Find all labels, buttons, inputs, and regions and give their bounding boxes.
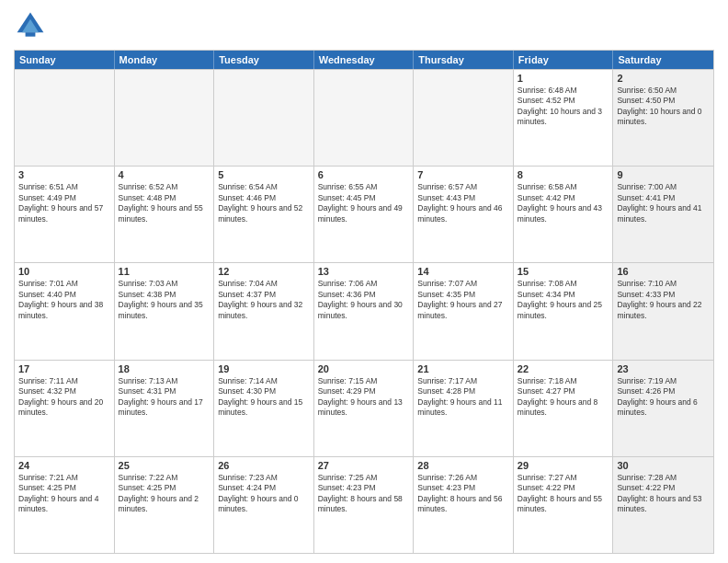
day-number: 3 (18, 169, 110, 180)
cell-info: Sunrise: 7:06 AM Sunset: 4:36 PM Dayligh… (318, 279, 410, 321)
cell-info: Sunrise: 7:26 AM Sunset: 4:23 PM Dayligh… (417, 473, 509, 515)
calendar-row-1: 3Sunrise: 6:51 AM Sunset: 4:49 PM Daylig… (15, 166, 713, 262)
cell-info: Sunrise: 7:03 AM Sunset: 4:38 PM Dayligh… (119, 279, 210, 321)
day-number: 30 (617, 460, 710, 471)
calendar-cell-day-18: 18Sunrise: 7:13 AM Sunset: 4:31 PM Dayli… (115, 361, 215, 456)
calendar-body: 1Sunrise: 6:48 AM Sunset: 4:52 PM Daylig… (15, 69, 713, 553)
cell-info: Sunrise: 7:13 AM Sunset: 4:31 PM Dayligh… (119, 376, 210, 419)
day-number: 26 (218, 460, 310, 471)
calendar-cell-day-3: 3Sunrise: 6:51 AM Sunset: 4:49 PM Daylig… (15, 167, 115, 262)
cell-info: Sunrise: 7:11 AM Sunset: 4:32 PM Dayligh… (18, 376, 110, 419)
calendar-cell-day-28: 28Sunrise: 7:26 AM Sunset: 4:23 PM Dayli… (414, 457, 514, 553)
calendar-cell-day-5: 5Sunrise: 6:54 AM Sunset: 4:46 PM Daylig… (214, 167, 314, 262)
day-number: 23 (617, 363, 710, 374)
calendar-cell-empty (214, 70, 314, 166)
cell-info: Sunrise: 7:10 AM Sunset: 4:33 PM Dayligh… (617, 279, 710, 321)
cell-info: Sunrise: 7:17 AM Sunset: 4:28 PM Dayligh… (417, 376, 509, 419)
calendar-row-4: 24Sunrise: 7:21 AM Sunset: 4:25 PM Dayli… (15, 456, 713, 553)
cell-info: Sunrise: 7:25 AM Sunset: 4:23 PM Dayligh… (318, 473, 410, 515)
calendar-cell-day-22: 22Sunrise: 7:18 AM Sunset: 4:27 PM Dayli… (514, 361, 614, 456)
cell-info: Sunrise: 7:07 AM Sunset: 4:35 PM Dayligh… (417, 279, 509, 321)
weekday-header-monday: Monday (115, 51, 215, 69)
cell-info: Sunrise: 6:50 AM Sunset: 4:50 PM Dayligh… (617, 86, 710, 128)
calendar-cell-day-27: 27Sunrise: 7:25 AM Sunset: 4:23 PM Dayli… (314, 457, 415, 553)
calendar-cell-day-16: 16Sunrise: 7:10 AM Sunset: 4:33 PM Dayli… (613, 263, 713, 359)
calendar-cell-day-14: 14Sunrise: 7:07 AM Sunset: 4:35 PM Dayli… (414, 263, 514, 359)
day-number: 12 (218, 266, 310, 277)
day-number: 6 (318, 169, 410, 180)
calendar-cell-day-20: 20Sunrise: 7:15 AM Sunset: 4:29 PM Dayli… (314, 361, 415, 456)
weekday-header-friday: Friday (514, 51, 614, 69)
cell-info: Sunrise: 7:21 AM Sunset: 4:25 PM Dayligh… (18, 473, 110, 515)
day-number: 15 (518, 266, 609, 277)
cell-info: Sunrise: 7:01 AM Sunset: 4:40 PM Dayligh… (18, 279, 110, 321)
calendar-header: SundayMondayTuesdayWednesdayThursdayFrid… (15, 51, 713, 69)
cell-info: Sunrise: 6:54 AM Sunset: 4:46 PM Dayligh… (218, 182, 310, 224)
cell-info: Sunrise: 7:15 AM Sunset: 4:29 PM Dayligh… (318, 376, 410, 419)
cell-info: Sunrise: 6:51 AM Sunset: 4:49 PM Dayligh… (18, 182, 110, 224)
weekday-header-tuesday: Tuesday (214, 51, 314, 69)
calendar-cell-day-23: 23Sunrise: 7:19 AM Sunset: 4:26 PM Dayli… (613, 361, 713, 456)
cell-info: Sunrise: 6:55 AM Sunset: 4:45 PM Dayligh… (318, 182, 410, 224)
calendar-cell-day-13: 13Sunrise: 7:06 AM Sunset: 4:36 PM Dayli… (314, 263, 415, 359)
day-number: 1 (518, 73, 609, 84)
calendar-cell-day-8: 8Sunrise: 6:58 AM Sunset: 4:42 PM Daylig… (514, 167, 614, 262)
day-number: 2 (617, 73, 710, 84)
day-number: 13 (318, 266, 410, 277)
calendar: SundayMondayTuesdayWednesdayThursdayFrid… (14, 50, 714, 554)
cell-info: Sunrise: 6:48 AM Sunset: 4:52 PM Dayligh… (518, 86, 609, 128)
cell-info: Sunrise: 7:27 AM Sunset: 4:22 PM Dayligh… (518, 473, 609, 515)
calendar-cell-empty (414, 70, 514, 166)
calendar-cell-day-9: 9Sunrise: 7:00 AM Sunset: 4:41 PM Daylig… (613, 167, 713, 262)
day-number: 28 (417, 460, 509, 471)
calendar-cell-day-15: 15Sunrise: 7:08 AM Sunset: 4:34 PM Dayli… (514, 263, 614, 359)
calendar-row-3: 17Sunrise: 7:11 AM Sunset: 4:32 PM Dayli… (15, 360, 713, 456)
day-number: 4 (119, 169, 210, 180)
calendar-cell-day-30: 30Sunrise: 7:28 AM Sunset: 4:22 PM Dayli… (613, 457, 713, 553)
day-number: 18 (119, 363, 210, 374)
calendar-cell-day-19: 19Sunrise: 7:14 AM Sunset: 4:30 PM Dayli… (214, 361, 314, 456)
cell-info: Sunrise: 6:52 AM Sunset: 4:48 PM Dayligh… (119, 182, 210, 224)
day-number: 10 (18, 266, 110, 277)
cell-info: Sunrise: 7:19 AM Sunset: 4:26 PM Dayligh… (617, 376, 710, 419)
calendar-cell-day-24: 24Sunrise: 7:21 AM Sunset: 4:25 PM Dayli… (15, 457, 115, 553)
cell-info: Sunrise: 7:22 AM Sunset: 4:25 PM Dayligh… (119, 473, 210, 515)
calendar-cell-day-29: 29Sunrise: 7:27 AM Sunset: 4:22 PM Dayli… (514, 457, 614, 553)
calendar-cell-day-1: 1Sunrise: 6:48 AM Sunset: 4:52 PM Daylig… (514, 70, 614, 166)
day-number: 27 (318, 460, 410, 471)
weekday-header-thursday: Thursday (414, 51, 514, 69)
header (14, 9, 714, 42)
weekday-header-sunday: Sunday (15, 51, 115, 69)
cell-info: Sunrise: 7:00 AM Sunset: 4:41 PM Dayligh… (617, 182, 710, 224)
weekday-header-wednesday: Wednesday (314, 51, 415, 69)
calendar-cell-empty (15, 70, 115, 166)
cell-info: Sunrise: 7:08 AM Sunset: 4:34 PM Dayligh… (518, 279, 609, 321)
day-number: 21 (417, 363, 509, 374)
calendar-cell-day-10: 10Sunrise: 7:01 AM Sunset: 4:40 PM Dayli… (15, 263, 115, 359)
day-number: 11 (119, 266, 210, 277)
day-number: 7 (417, 169, 509, 180)
day-number: 16 (617, 266, 710, 277)
cell-info: Sunrise: 7:23 AM Sunset: 4:24 PM Dayligh… (218, 473, 310, 515)
page: SundayMondayTuesdayWednesdayThursdayFrid… (0, 0, 728, 563)
calendar-cell-day-2: 2Sunrise: 6:50 AM Sunset: 4:50 PM Daylig… (613, 70, 713, 166)
day-number: 8 (518, 169, 609, 180)
cell-info: Sunrise: 6:57 AM Sunset: 4:43 PM Dayligh… (417, 182, 509, 224)
calendar-cell-empty (115, 70, 215, 166)
cell-info: Sunrise: 7:04 AM Sunset: 4:37 PM Dayligh… (218, 279, 310, 321)
day-number: 9 (617, 169, 710, 180)
calendar-cell-day-6: 6Sunrise: 6:55 AM Sunset: 4:45 PM Daylig… (314, 167, 415, 262)
cell-info: Sunrise: 6:58 AM Sunset: 4:42 PM Dayligh… (518, 182, 609, 224)
cell-info: Sunrise: 7:14 AM Sunset: 4:30 PM Dayligh… (218, 376, 310, 419)
calendar-cell-day-17: 17Sunrise: 7:11 AM Sunset: 4:32 PM Dayli… (15, 361, 115, 456)
day-number: 22 (518, 363, 609, 374)
day-number: 20 (318, 363, 410, 374)
day-number: 25 (119, 460, 210, 471)
day-number: 29 (518, 460, 609, 471)
cell-info: Sunrise: 7:18 AM Sunset: 4:27 PM Dayligh… (518, 376, 609, 419)
calendar-cell-day-25: 25Sunrise: 7:22 AM Sunset: 4:25 PM Dayli… (115, 457, 215, 553)
day-number: 5 (218, 169, 310, 180)
calendar-cell-day-21: 21Sunrise: 7:17 AM Sunset: 4:28 PM Dayli… (414, 361, 514, 456)
calendar-cell-day-7: 7Sunrise: 6:57 AM Sunset: 4:43 PM Daylig… (414, 167, 514, 262)
calendar-cell-empty (314, 70, 415, 166)
